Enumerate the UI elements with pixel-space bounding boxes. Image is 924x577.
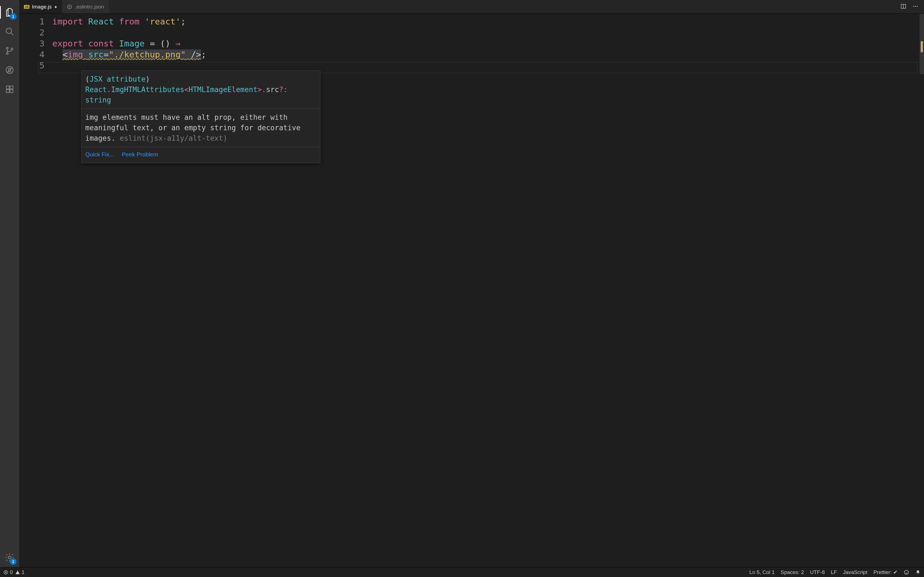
tab-label: .eslintrc.json: [75, 4, 104, 10]
status-eol[interactable]: LF: [831, 569, 837, 575]
warning-icon: [15, 570, 20, 575]
svg-point-15: [905, 570, 909, 574]
hover-rule: eslint(jsx-a11y/alt-text): [120, 134, 227, 142]
tab-image-js[interactable]: JS Image.js ●: [19, 0, 62, 13]
svg-point-2: [6, 53, 8, 55]
editor-actions: [895, 0, 924, 13]
extensions-icon: [5, 85, 14, 94]
scrollbar-track[interactable]: [919, 14, 924, 567]
hover-signature: (JSX attribute) React.ImgHTMLAttributes<…: [81, 71, 320, 108]
status-indent[interactable]: Spaces: 2: [781, 569, 804, 575]
no-bug-icon: [5, 65, 14, 75]
explorer-button[interactable]: 1: [0, 3, 19, 22]
error-icon: [3, 570, 8, 575]
git-branch-icon: [5, 46, 14, 55]
hover-problem: img elements must have an alt prop, eith…: [81, 108, 320, 147]
svg-rect-7: [6, 90, 9, 93]
bell-icon: [915, 570, 921, 575]
status-feedback[interactable]: [904, 570, 909, 575]
svg-point-11: [913, 6, 914, 7]
ellipsis-icon: [913, 3, 919, 9]
more-actions-button[interactable]: [913, 3, 919, 10]
scrollbar-thumb[interactable]: [919, 14, 924, 74]
line-number: 3: [19, 38, 45, 49]
status-warnings-count: 1: [22, 569, 25, 575]
hover-actions: Quick Fix... Peek Problem: [81, 147, 320, 163]
dirty-indicator-icon: ●: [55, 5, 57, 9]
svg-point-0: [6, 28, 11, 34]
svg-point-9: [8, 556, 11, 559]
svg-point-12: [915, 6, 916, 7]
status-bar: 0 1 Ln 5, Col 1 Spaces: 2 UTF-8 LF JavaS…: [0, 567, 924, 577]
tab-eslintrc[interactable]: .eslintrc.json: [62, 0, 109, 13]
hover-tooltip: (JSX attribute) React.ImgHTMLAttributes<…: [81, 70, 320, 163]
smiley-icon: [904, 570, 909, 575]
split-icon: [900, 3, 906, 9]
settings-button[interactable]: 1: [0, 548, 19, 567]
svg-point-13: [917, 6, 918, 7]
editor-body[interactable]: 1 2 3 4 5 import React from 'react'; exp…: [19, 14, 924, 567]
debug-button[interactable]: [0, 60, 19, 80]
js-file-icon: JS: [24, 5, 29, 9]
status-warnings[interactable]: 1: [15, 569, 25, 575]
status-encoding[interactable]: UTF-8: [810, 569, 825, 575]
search-button[interactable]: [0, 22, 19, 41]
editor-panel: JS Image.js ● .eslintrc.json: [19, 0, 924, 567]
status-prettier[interactable]: Prettier: ✔: [873, 569, 898, 575]
code-line: [52, 60, 924, 71]
tab-label: Image.js: [32, 4, 52, 10]
svg-rect-5: [6, 86, 9, 89]
peek-problem-link[interactable]: Peek Problem: [122, 151, 158, 158]
line-number: 5: [19, 60, 45, 71]
tab-bar: JS Image.js ● .eslintrc.json: [19, 0, 924, 14]
line-number: 4: [19, 49, 45, 60]
search-icon: [5, 27, 14, 36]
svg-rect-6: [10, 86, 13, 89]
status-errors-count: 0: [10, 569, 13, 575]
split-editor-button[interactable]: [900, 3, 906, 10]
svg-rect-8: [10, 90, 13, 93]
svg-point-1: [6, 47, 8, 49]
svg-point-3: [11, 48, 13, 50]
status-language[interactable]: JavaScript: [843, 569, 867, 575]
settings-badge: 1: [10, 558, 16, 565]
eslint-file-icon: [67, 5, 72, 9]
line-number: 2: [19, 27, 45, 38]
extensions-button[interactable]: [0, 80, 19, 99]
code-line: import React from 'react';: [52, 16, 924, 27]
code-line: [52, 27, 924, 38]
line-gutter: 1 2 3 4 5: [19, 14, 52, 71]
explorer-badge: 1: [10, 13, 16, 20]
quick-fix-link[interactable]: Quick Fix...: [85, 151, 114, 158]
activity-bar: 1: [0, 0, 19, 567]
line-number: 1: [19, 16, 45, 27]
code-line: <img src="./ketchup.png" />;: [52, 49, 924, 60]
status-cursor[interactable]: Ln 5, Col 1: [750, 569, 775, 575]
status-errors[interactable]: 0: [3, 569, 13, 575]
source-control-button[interactable]: [0, 41, 19, 60]
code-area[interactable]: import React from 'react'; export const …: [52, 14, 924, 71]
status-notifications[interactable]: [915, 570, 921, 575]
code-line: export const Image = () ⇒: [52, 38, 924, 49]
